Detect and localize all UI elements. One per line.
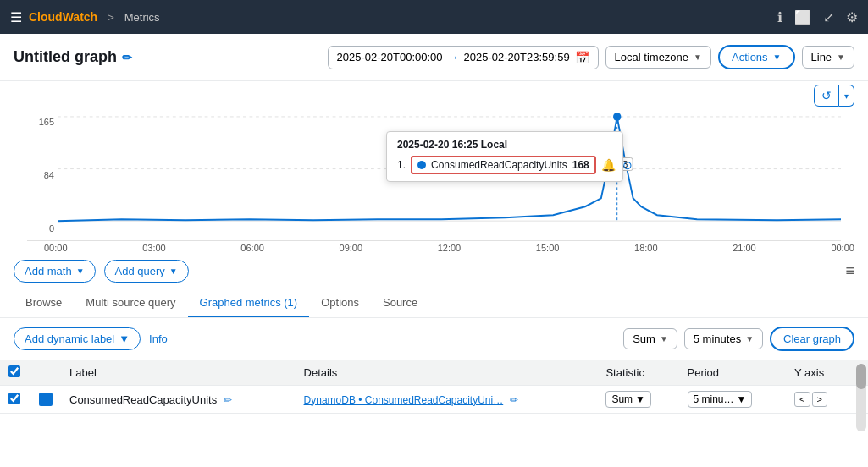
clear-graph-button[interactable]: Clear graph	[770, 327, 854, 351]
add-query-chevron-icon: ▼	[169, 266, 178, 276]
header-controls: 2025-02-20T00:00:00 → 2025-02-20T23:59:5…	[328, 45, 854, 69]
metrics-table: Label Details Statistic Period Y axis Co…	[0, 360, 868, 414]
dynamic-label-chevron-icon: ▼	[119, 332, 130, 345]
info-link[interactable]: Info	[149, 332, 168, 345]
minutes-button[interactable]: 5 minutes ▼	[684, 328, 763, 349]
table-controls-right: Sum ▼ 5 minutes ▼ Clear graph	[623, 327, 854, 351]
add-dynamic-label-button[interactable]: Add dynamic label ▼	[14, 327, 141, 350]
tooltip-date: 2025-02-20 16:25 Local	[397, 139, 612, 151]
tooltip-row-num: 1.	[397, 159, 406, 171]
edit-title-icon[interactable]: ✏	[122, 51, 132, 64]
x-label-7: 21:00	[733, 243, 756, 253]
refresh-dropdown-button[interactable]: ▾	[839, 85, 854, 107]
th-checkbox	[0, 360, 30, 386]
add-query-label: Add query	[115, 265, 165, 277]
tab-multi-source[interactable]: Multi source query	[74, 289, 187, 317]
date-start-text: 2025-02-20T00:00:00	[337, 51, 443, 63]
stat-button[interactable]: Sum ▼	[623, 328, 677, 349]
header: Untitled graph ✏ 2025-02-20T00:00:00 → 2…	[0, 34, 868, 81]
tooltip: 2025-02-20 16:25 Local 1. ConsumedReadCa…	[386, 131, 623, 182]
chart-controls: Add math ▼ Add query ▼ ≡	[0, 253, 868, 289]
refresh-button[interactable]: ↺	[814, 85, 839, 107]
add-math-chevron-icon: ▼	[76, 266, 85, 276]
top-nav: ☰ CloudWatch > Metrics ℹ ⬜ ⤢ ⚙	[0, 0, 868, 34]
tooltip-row: 1. ConsumedReadCapacityUnits 168 🔔 ⊙	[397, 156, 612, 174]
line-button[interactable]: Line ▼	[802, 46, 854, 69]
table-header-row: Label Details Statistic Period Y axis	[0, 360, 868, 386]
info-nav-icon[interactable]: ℹ	[777, 9, 782, 25]
nav-icons: ℹ ⬜ ⤢ ⚙	[777, 9, 858, 25]
table-controls: Add dynamic label ▼ Info Sum ▼ 5 minutes…	[0, 318, 868, 360]
row-details-edit-icon[interactable]: ✏	[510, 394, 518, 406]
legend-icon[interactable]: ≡	[845, 262, 854, 280]
metrics-table-container: Label Details Statistic Period Y axis Co…	[0, 360, 868, 414]
y-label-0: 0	[27, 223, 54, 234]
tooltip-metric-name: ConsumedReadCapacityUnits	[431, 159, 567, 171]
timezone-label: Local timezone	[615, 51, 688, 63]
tooltip-metric-box: ConsumedReadCapacityUnits 168	[411, 156, 596, 174]
scrollbar-track[interactable]	[856, 364, 866, 414]
row-label-edit-icon[interactable]: ✏	[224, 394, 232, 406]
x-label-1: 03:00	[142, 243, 166, 253]
x-label-5: 15:00	[536, 243, 560, 253]
x-label-3: 09:00	[340, 243, 363, 253]
date-arrow-icon: →	[448, 51, 459, 63]
th-period: Period	[679, 360, 787, 386]
x-label-2: 06:00	[240, 243, 264, 253]
breadcrumb-metrics[interactable]: Metrics	[124, 11, 160, 24]
th-color	[30, 360, 61, 386]
settings-nav-icon[interactable]: ⚙	[846, 9, 858, 25]
tab-options[interactable]: Options	[309, 289, 371, 317]
row-color-cell	[30, 386, 61, 414]
row-stat-button[interactable]: Sum ▼	[605, 391, 651, 408]
actions-label: Actions	[732, 51, 768, 63]
color-swatch	[39, 393, 53, 406]
row-details-link[interactable]: DynamoDB • ConsumedReadCapacityUni…	[304, 394, 504, 406]
tabs-row: Browse Multi source query Graphed metric…	[0, 289, 868, 318]
window-nav-icon[interactable]: ⬜	[794, 9, 811, 25]
yaxis-right-arrow[interactable]: >	[812, 392, 827, 407]
cloudwatch-brand[interactable]: CloudWatch	[29, 10, 97, 24]
x-label-8: 00:00	[831, 243, 854, 253]
timezone-button[interactable]: Local timezone ▼	[605, 46, 711, 69]
tooltip-color-dot	[417, 161, 426, 169]
date-range-button[interactable]: 2025-02-20T00:00:00 → 2025-02-20T23:59:5…	[328, 46, 599, 69]
graph-title-area: Untitled graph ✏	[14, 48, 132, 66]
x-label-4: 12:00	[438, 243, 462, 253]
calendar-icon: 📅	[575, 51, 589, 64]
select-all-checkbox[interactable]	[8, 365, 20, 377]
add-query-button[interactable]: Add query ▼	[104, 260, 189, 283]
x-label-6: 18:00	[634, 243, 658, 253]
dynamic-label-text: Add dynamic label	[25, 332, 114, 345]
row-checkbox-cell	[0, 386, 30, 414]
line-chevron-icon: ▼	[837, 52, 845, 62]
add-math-label: Add math	[25, 265, 72, 277]
tooltip-bell-icon[interactable]: 🔔	[601, 158, 616, 172]
expand-nav-icon[interactable]: ⤢	[823, 9, 834, 25]
table-row: ConsumedReadCapacityUnits ✏ DynamoDB • C…	[0, 386, 868, 414]
graph-title-text: Untitled graph	[14, 48, 117, 66]
x-axis: 00:00 03:00 06:00 09:00 12:00 15:00 18:0…	[0, 241, 868, 253]
row-period-button[interactable]: 5 minu… ▼	[688, 391, 753, 408]
stat-chevron-icon: ▼	[660, 334, 668, 343]
yaxis-left-arrow[interactable]: <	[794, 392, 810, 407]
row-stat-chevron-icon: ▼	[635, 393, 645, 405]
tooltip-value: 168	[572, 159, 589, 171]
add-math-button[interactable]: Add math ▼	[14, 260, 96, 283]
row-label-cell: ConsumedReadCapacityUnits ✏	[61, 386, 296, 414]
tab-browse[interactable]: Browse	[14, 289, 74, 317]
row-checkbox[interactable]	[8, 393, 20, 404]
hamburger-menu[interactable]: ☰	[10, 9, 22, 25]
y-label-84: 84	[27, 170, 54, 180]
row-label-text: ConsumedReadCapacityUnits	[69, 393, 217, 406]
date-end-text: 2025-02-20T23:59:59	[464, 51, 570, 63]
tab-source[interactable]: Source	[371, 289, 429, 317]
actions-button[interactable]: Actions ▼	[718, 45, 795, 69]
minutes-chevron-icon: ▼	[745, 334, 754, 343]
th-details: Details	[296, 360, 598, 386]
tooltip-icons: 🔔 ⊙	[601, 158, 633, 172]
row-yaxis-cell: < >	[786, 386, 851, 414]
tab-graphed-metrics[interactable]: Graphed metrics (1)	[188, 289, 310, 317]
scrollbar-thumb[interactable]	[856, 364, 866, 389]
tooltip-search-icon[interactable]: ⊙	[622, 158, 633, 172]
